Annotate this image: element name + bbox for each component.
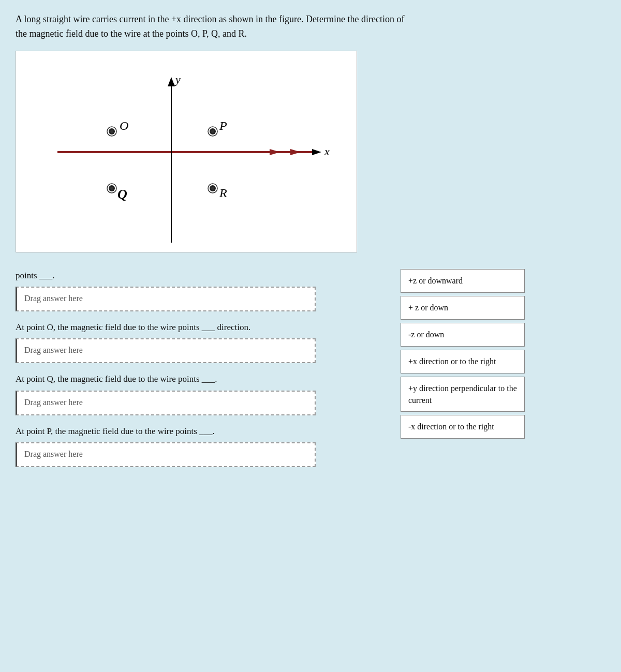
drag-target-r[interactable]: Drag answer here [16, 287, 316, 311]
question-block-o: At point O, the magnetic field due to th… [16, 321, 388, 363]
y-axis-label: y [174, 73, 181, 86]
drag-target-p[interactable]: Drag answer here [16, 442, 316, 467]
drag-target-q[interactable]: Drag answer here [16, 391, 316, 415]
svg-marker-2 [290, 149, 301, 155]
question-text-r: points ___. [16, 269, 388, 282]
question-block-p: At point P, the magnetic field due to th… [16, 425, 388, 467]
answer-option-6[interactable]: -x direction or to the right [401, 415, 525, 439]
figure-svg: y x O P Q R [16, 51, 357, 252]
point-p-label: P [219, 119, 227, 132]
svg-point-15 [110, 187, 113, 190]
point-r-label: R [219, 186, 227, 200]
questions-column: points ___. Drag answer here At point O,… [16, 269, 388, 476]
answer-options-column: +z or downward + z or down -z or down +x… [401, 269, 525, 439]
answer-option-5[interactable]: +y direction perpendicular to the curren… [401, 377, 525, 412]
answer-option-3[interactable]: -z or down [401, 323, 525, 347]
x-axis-label: x [324, 145, 330, 158]
question-text-o: At point O, the magnetic field due to th… [16, 321, 388, 334]
answer-option-2[interactable]: + z or down [401, 296, 525, 320]
svg-point-17 [211, 187, 214, 190]
question-text-q: At point Q, the magnetic field due to th… [16, 372, 388, 386]
question-text-p: At point P, the magnetic field due to th… [16, 425, 388, 438]
question-block-q: At point Q, the magnetic field due to th… [16, 372, 388, 415]
svg-marker-5 [312, 149, 321, 155]
svg-point-13 [211, 130, 214, 133]
physics-figure: y x O P Q R [16, 51, 357, 252]
svg-marker-1 [270, 149, 280, 155]
svg-point-11 [110, 130, 113, 133]
answer-option-4[interactable]: +x direction or to the right [401, 350, 525, 374]
problem-statement: A long straight wire carries current in … [16, 12, 409, 41]
svg-marker-4 [168, 77, 175, 86]
drag-target-o[interactable]: Drag answer here [16, 338, 316, 363]
point-o-label: O [120, 119, 128, 132]
point-q-label: Q [117, 187, 127, 202]
answer-option-1[interactable]: +z or downward [401, 269, 525, 293]
question-block-r: points ___. Drag answer here [16, 269, 388, 311]
main-content: points ___. Drag answer here At point O,… [16, 269, 605, 476]
